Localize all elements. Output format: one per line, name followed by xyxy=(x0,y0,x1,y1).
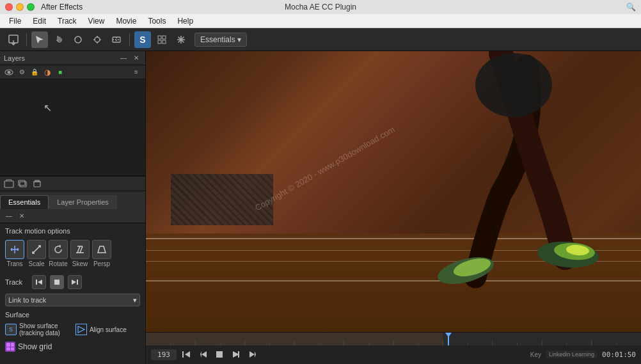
align-surface-icon xyxy=(75,324,87,335)
timeline-playhead[interactable] xyxy=(448,333,449,345)
stop-button[interactable] xyxy=(212,347,226,361)
motion-option-scale[interactable]: Scale xyxy=(27,240,46,267)
menu-edit[interactable]: Edit xyxy=(28,15,51,27)
color-wheel-icon[interactable]: ◑ xyxy=(42,67,52,77)
persp-label: Persp xyxy=(93,260,110,267)
title-bar: After Effects Mocha AE CC Plugin 🔍 xyxy=(0,0,641,14)
svg-rect-12 xyxy=(162,36,166,39)
svg-rect-11 xyxy=(158,36,161,39)
surface-label: Surface xyxy=(0,308,145,320)
show-surface-icon: S xyxy=(5,324,17,335)
timeline-controls: 193 xyxy=(146,345,641,364)
video-background: Copyright © 2020 - www.p30download.com xyxy=(146,51,641,332)
rotate-icon xyxy=(49,240,68,259)
layers-close-button[interactable]: ✕ xyxy=(131,53,141,63)
close-button[interactable] xyxy=(5,3,13,11)
layers-icons-row: ⚙ 🔒 ◑ ■ ≡ xyxy=(0,65,145,79)
menu-movie[interactable]: Movie xyxy=(111,15,141,27)
tab-essentials[interactable]: Essentials xyxy=(0,195,49,209)
svg-rect-13 xyxy=(158,40,161,44)
align-surface-option[interactable]: Align surface xyxy=(75,324,127,335)
arrow-tool-button[interactable] xyxy=(31,31,48,48)
tabs-row: Essentials Layer Properties xyxy=(0,191,145,209)
layers-content: ↖ xyxy=(0,79,145,175)
show-surface-option[interactable]: S Show surface (tracking data) xyxy=(5,322,60,336)
essentials-button[interactable]: Essentials ▾ xyxy=(194,33,247,47)
toolbar: S Essentials ▾ xyxy=(0,28,641,51)
svg-rect-64 xyxy=(238,351,239,358)
motion-option-skew[interactable]: Skew xyxy=(70,240,90,267)
layers-panel-title: Layers xyxy=(4,54,116,62)
mocha-s-button[interactable]: S xyxy=(134,31,151,48)
go-to-start-button[interactable] xyxy=(179,347,193,361)
maximize-button[interactable] xyxy=(27,3,35,11)
play-forward-button[interactable] xyxy=(246,347,260,361)
visibility-icon[interactable] xyxy=(4,67,14,77)
settings-icon[interactable]: ⚙ xyxy=(17,67,27,77)
play-button[interactable] xyxy=(229,347,243,361)
svg-marker-36 xyxy=(78,326,84,333)
minimize-button[interactable] xyxy=(16,3,24,11)
persp-icon xyxy=(92,240,111,259)
frame-counter[interactable]: 193 xyxy=(151,349,177,360)
track-stop-button[interactable] xyxy=(50,275,64,289)
svg-point-37 xyxy=(475,53,552,117)
scale-label: Scale xyxy=(28,260,44,267)
svg-rect-34 xyxy=(54,280,59,285)
timecode-display: 00:01:50 xyxy=(602,351,636,359)
menu-help[interactable]: Help xyxy=(172,15,198,27)
menu-file[interactable]: File xyxy=(4,15,26,27)
search-icon[interactable]: 🔍 xyxy=(626,2,636,12)
essentials-chevron-icon: ▾ xyxy=(237,35,241,44)
menu-view[interactable]: View xyxy=(83,15,110,27)
hand-tool-button[interactable] xyxy=(51,31,67,48)
lock-icon[interactable]: 🔒 xyxy=(29,67,40,77)
layers-panel-header: Layers — ✕ xyxy=(0,51,145,65)
align-surface-label: Align surface xyxy=(90,326,127,333)
delete-layer-icon[interactable] xyxy=(32,178,42,189)
duplicate-layer-icon[interactable] xyxy=(18,178,28,189)
rect-tool-button[interactable] xyxy=(108,31,125,48)
palette-icon[interactable]: ■ xyxy=(55,67,65,77)
track-panel-close-icon[interactable]: ✕ xyxy=(17,211,27,221)
timeline-ruler[interactable] xyxy=(146,333,641,345)
menu-track[interactable]: Track xyxy=(52,15,82,27)
metal-grate xyxy=(171,174,273,225)
grid-tool-button[interactable] xyxy=(154,31,170,48)
svg-rect-24 xyxy=(34,182,40,187)
skew-label: Skew xyxy=(72,260,88,267)
step-back-button[interactable] xyxy=(196,347,210,361)
svg-rect-21 xyxy=(4,181,13,187)
track-label-text: Track xyxy=(5,278,28,286)
add-layer-icon[interactable] xyxy=(4,178,14,189)
track-panel-minimize-icon[interactable]: — xyxy=(4,211,14,221)
main-layout: Layers — ✕ ⚙ 🔒 ◑ ■ ≡ xyxy=(0,51,641,364)
layers-menu-icon[interactable]: ≡ xyxy=(131,67,141,77)
layers-minimize-button[interactable]: — xyxy=(118,53,129,63)
menu-bar: File Edit Track View Movie Tools Help xyxy=(0,14,641,28)
svg-rect-14 xyxy=(162,40,166,44)
key-label: Key xyxy=(530,351,541,358)
track-panel-header: — ✕ xyxy=(0,209,145,223)
motion-option-rotate[interactable]: Rotate xyxy=(49,240,68,267)
essentials-label: Essentials xyxy=(200,35,235,44)
svg-rect-62 xyxy=(182,351,184,358)
surface-options: S Show surface (tracking data) Align sur… xyxy=(0,320,145,339)
menu-tools[interactable]: Tools xyxy=(143,15,171,27)
import-tool-button[interactable] xyxy=(5,31,22,48)
show-grid-label: Show grid xyxy=(18,342,52,351)
track-forward-button[interactable] xyxy=(68,275,82,289)
app-name: After Effects xyxy=(41,3,83,12)
track-back-button[interactable] xyxy=(32,275,46,289)
show-grid-row[interactable]: Show grid xyxy=(0,339,145,354)
tab-layer-properties[interactable]: Layer Properties xyxy=(49,195,117,209)
motion-option-trans[interactable]: Trans xyxy=(5,240,24,267)
skew-icon xyxy=(70,240,90,259)
link-to-track-select[interactable]: Link to track ▾ xyxy=(5,294,140,306)
crosshair-tool-button[interactable] xyxy=(89,31,106,48)
window-controls[interactable] xyxy=(5,3,35,11)
star-tool-button[interactable] xyxy=(173,31,189,48)
panel-bottom-icons xyxy=(0,176,145,191)
circle-tool-button[interactable] xyxy=(70,31,86,48)
motion-option-persp[interactable]: Persp xyxy=(92,240,111,267)
